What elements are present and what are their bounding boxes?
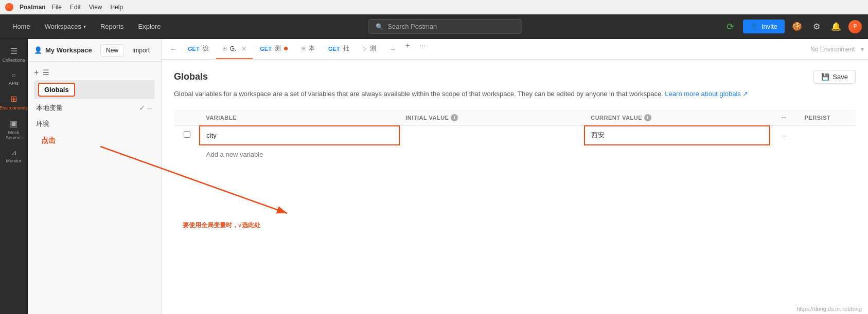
add-variable-cell [200, 145, 770, 164]
no-env-area: No Environment ▾ [810, 39, 864, 59]
current-value-input-city[interactable] [585, 126, 769, 144]
tab-more-button[interactable]: ··· [415, 39, 430, 59]
tab-label-run: 测 [370, 44, 376, 53]
menu-view[interactable]: View [89, 4, 102, 11]
save-button[interactable]: 💾 Save [813, 70, 856, 84]
sidebar-item-mock-servers[interactable]: ▣ Mock Servers [3, 116, 25, 143]
nav-home[interactable]: Home [6, 20, 37, 33]
env-item-env[interactable]: 环境 [30, 116, 159, 132]
mock-servers-icon: ▣ [10, 119, 17, 128]
tab-method-get: GET [188, 46, 200, 52]
tab-add-button[interactable]: + [401, 39, 414, 59]
sidebar-item-collections[interactable]: ☰ Collections [3, 43, 25, 66]
globals-row[interactable]: Globals [34, 80, 155, 99]
no-environment-label: No Environment [810, 46, 861, 53]
current-info-icon[interactable]: i [644, 114, 651, 121]
cookie-icon[interactable]: 🍪 [790, 20, 804, 34]
sidebar-item-environments[interactable]: ⊞ Environments [3, 91, 25, 114]
titlebar: Postman File Edit View Help [0, 0, 868, 14]
app-name: Postman [20, 4, 46, 11]
monitor-icon: ⊿ [11, 149, 17, 157]
tab-label-book: 本 [309, 44, 315, 53]
invite-icon: 👤 [750, 23, 758, 30]
main-content: ← GET 设 ⊞ G. ✕ GET 测 ⊞ 本 GET 批 [162, 39, 868, 314]
sidebar-item-apis[interactable]: ○ APIs [3, 68, 25, 89]
tab-back-button[interactable]: ← [168, 43, 179, 55]
search-area: 🔍 Search Postman [169, 19, 721, 34]
th-initial-value: INITIAL VALUE i [399, 110, 584, 126]
tab-forward-button[interactable]: → [387, 43, 398, 55]
menu-bar: File Edit View Help [52, 4, 123, 11]
menu-file[interactable]: File [52, 4, 62, 11]
th-persist: PERSIST [799, 110, 856, 126]
more-icon[interactable]: ··· [147, 104, 153, 112]
tab-settings[interactable]: GET 设 [182, 39, 215, 59]
nav-explore[interactable]: Explore [132, 20, 167, 33]
tab-test-red[interactable]: GET 测 [254, 39, 294, 59]
add-env-button[interactable]: + [34, 68, 39, 77]
search-placeholder: Search Postman [387, 23, 437, 30]
row-more-button[interactable]: ··· [782, 132, 787, 139]
sync-icon[interactable]: ⟳ [723, 20, 738, 34]
app-logo [5, 3, 13, 11]
add-variable-input[interactable] [200, 145, 770, 163]
tab-batch[interactable]: GET 批 [322, 39, 356, 59]
search-icon: 🔍 [376, 23, 383, 30]
filter-button[interactable]: ☰ [43, 68, 49, 77]
invite-button[interactable]: 👤 Invite [743, 20, 785, 33]
tab-label-settings: 设 [203, 44, 209, 53]
left-panel-header: 👤 My Workspace New Import [28, 39, 161, 62]
th-variable: VARIABLE [200, 110, 399, 126]
variable-cell-city [200, 126, 399, 145]
tab-book[interactable]: ⊞ 本 [295, 39, 321, 59]
globals-description: Global variables for a workspace are a s… [174, 89, 856, 100]
run-icon: ▷ [363, 45, 367, 52]
env-item-local[interactable]: 本地变量 ✓ ··· [30, 100, 159, 116]
env-dropdown-icon[interactable]: ▾ [861, 46, 864, 53]
person-icon: 👤 [34, 46, 42, 54]
save-icon: 💾 [821, 73, 829, 81]
learn-more-link[interactable]: Learn more about globals ↗ [665, 90, 748, 98]
nav-reports[interactable]: Reports [94, 20, 130, 33]
check-icon[interactable]: ✓ [139, 104, 145, 112]
current-value-cell-city [584, 126, 770, 145]
tab-label-batch: 批 [343, 44, 349, 53]
row-checkbox-cell [174, 126, 200, 145]
import-button[interactable]: Import [127, 44, 155, 57]
main-layout: ☰ Collections ○ APIs ⊞ Environments ▣ Mo… [0, 39, 868, 314]
panel-toolbar: + ☰ [28, 66, 161, 79]
top-nav: Home Workspaces ▾ Reports Explore 🔍 Sear… [0, 14, 868, 39]
chevron-down-icon: ▾ [83, 24, 86, 29]
settings-icon[interactable]: ⚙ [809, 20, 824, 34]
menu-edit[interactable]: Edit [70, 4, 81, 11]
tab-close-button[interactable]: ✕ [241, 45, 246, 52]
nav-actions: ⟳ 👤 Invite 🍪 ⚙ 🔔 P [723, 20, 862, 34]
initial-value-input-city[interactable] [400, 126, 584, 144]
sidebar-item-monitor[interactable]: ⊿ Monitor [3, 145, 25, 167]
row-checkbox[interactable] [184, 131, 190, 138]
table-header-row: VARIABLE INITIAL VALUE i CURRENT VALUE [174, 110, 856, 126]
persist-cell [799, 126, 856, 145]
menu-help[interactable]: Help [111, 4, 123, 11]
initial-info-icon[interactable]: i [451, 114, 458, 121]
new-button[interactable]: New [100, 44, 124, 57]
variable-input-city[interactable] [200, 126, 399, 144]
globals-container: Globals 点击 [31, 80, 158, 99]
tab-run[interactable]: ▷ 测 [357, 39, 382, 59]
nav-workspaces[interactable]: Workspaces ▾ [39, 20, 92, 33]
tab-dot [284, 47, 288, 50]
tab-globals[interactable]: ⊞ G. ✕ [216, 39, 253, 59]
search-box[interactable]: 🔍 Search Postman [368, 19, 522, 34]
sidebar-icons: ☰ Collections ○ APIs ⊞ Environments ▣ Mo… [0, 39, 28, 314]
globals-title-row: Globals 💾 Save [174, 70, 856, 84]
env-item-local-actions: ✓ ··· [139, 104, 153, 112]
variables-table: VARIABLE INITIAL VALUE i CURRENT VALUE [174, 110, 856, 164]
tab-label-globals: G. [230, 45, 237, 52]
avatar[interactable]: P [848, 20, 862, 33]
footer-url: https://dong.ds.in.net/tong [796, 306, 862, 312]
tab-icon-book: ⊞ [301, 45, 306, 52]
collections-icon: ☰ [10, 46, 17, 56]
notification-icon[interactable]: 🔔 [829, 20, 843, 34]
globals-item[interactable]: Globals [38, 83, 75, 97]
tabs-bar: ← GET 设 ⊞ G. ✕ GET 测 ⊞ 本 GET 批 [162, 39, 868, 60]
